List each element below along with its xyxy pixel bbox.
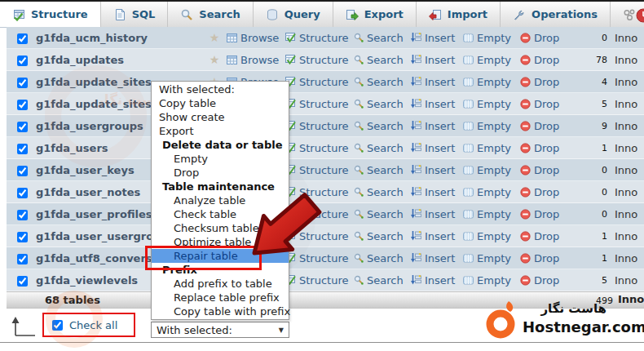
check-all-link[interactable]: Check all	[69, 319, 117, 331]
row-checkbox[interactable]	[17, 232, 28, 242]
drop-link[interactable]: Drop	[520, 230, 567, 242]
empty-link[interactable]: Empty	[463, 142, 520, 154]
drop-link[interactable]: Drop	[520, 164, 567, 176]
row-checkbox[interactable]	[17, 56, 28, 66]
structure-link[interactable]: Structure	[285, 142, 354, 154]
insert-link[interactable]: Insert	[411, 230, 463, 242]
row-checkbox[interactable]	[17, 166, 28, 176]
search-link[interactable]: Search	[354, 76, 411, 88]
structure-link[interactable]: Structure	[285, 32, 354, 44]
insert-link[interactable]: Insert	[411, 98, 463, 110]
context-menu-item: With selected:	[152, 82, 289, 96]
context-menu-item[interactable]: Empty	[152, 152, 289, 166]
row-checkbox[interactable]	[17, 210, 28, 220]
structure-link[interactable]: Structure	[285, 54, 354, 66]
tab-structure[interactable]: Structure	[0, 2, 101, 27]
search-link[interactable]: Search	[354, 32, 411, 44]
browse-link[interactable]: Browse	[227, 54, 285, 66]
favorite-star-icon[interactable]: ★	[202, 31, 227, 44]
insert-link[interactable]: Insert	[411, 76, 463, 88]
context-menu-item[interactable]: Export	[152, 124, 289, 138]
search-link[interactable]: Search	[354, 230, 411, 242]
empty-link[interactable]: Empty	[463, 164, 520, 176]
structure-link[interactable]: Structure	[285, 76, 354, 88]
empty-link[interactable]: Empty	[463, 120, 520, 132]
tab-import[interactable]: Import	[417, 2, 501, 27]
browse-link[interactable]: Browse	[227, 32, 285, 44]
empty-link[interactable]: Empty	[463, 54, 520, 66]
drop-link[interactable]: Drop	[520, 76, 567, 88]
empty-link[interactable]: Empty	[463, 32, 520, 44]
empty-link[interactable]: Empty	[463, 252, 520, 264]
context-menu-item[interactable]: Show create	[152, 110, 289, 124]
context-menu-item[interactable]: Copy table	[152, 96, 289, 110]
check-all-checkbox[interactable]	[52, 320, 63, 331]
structure-link[interactable]: Structure	[285, 98, 354, 110]
check-all-highlight-box: Check all	[42, 313, 135, 337]
row-checkbox[interactable]	[17, 78, 28, 88]
drop-link[interactable]: Drop	[520, 252, 567, 264]
search-link[interactable]: Search	[354, 54, 411, 66]
table-name-link[interactable]: g1fda_updates	[36, 54, 202, 66]
drop-link[interactable]: Drop	[520, 120, 567, 132]
row-checkbox[interactable]	[17, 100, 28, 110]
tab-search[interactable]: Search	[168, 2, 253, 27]
tab-events-partial[interactable]	[635, 7, 644, 27]
context-menu-item[interactable]: Replace table prefix	[152, 291, 289, 304]
search-link[interactable]: Search	[354, 98, 411, 110]
row-checkbox[interactable]	[17, 122, 28, 132]
drop-link[interactable]: Drop	[520, 32, 567, 44]
drop-link[interactable]: Drop	[520, 274, 567, 287]
search-link[interactable]: Search	[354, 252, 411, 264]
empty-link[interactable]: Empty	[463, 208, 520, 220]
empty-link[interactable]: Empty	[463, 186, 520, 198]
empty-link[interactable]: Empty	[463, 274, 520, 287]
tab-label: Operations	[532, 8, 598, 20]
insert-link[interactable]: Insert	[411, 186, 463, 198]
engine-label: InnoDB	[610, 164, 637, 176]
structure-link[interactable]: Structure	[285, 120, 354, 132]
drop-link[interactable]: Drop	[520, 98, 567, 110]
search-icon	[354, 33, 364, 42]
insert-link[interactable]: Insert	[411, 32, 463, 44]
insert-link[interactable]: Insert	[411, 142, 463, 154]
drop-link[interactable]: Drop	[520, 208, 567, 220]
search-link[interactable]: Search	[354, 142, 411, 154]
search-link[interactable]: Search	[354, 274, 411, 287]
context-menu-item[interactable]: Add prefix to table	[152, 277, 289, 291]
drop-link[interactable]: Drop	[520, 186, 567, 198]
search-link[interactable]: Search	[354, 120, 411, 132]
row-checkbox[interactable]	[17, 33, 28, 44]
row-count: 1	[567, 231, 610, 242]
table-name-link[interactable]: g1fda_ucm_history	[36, 32, 202, 44]
empty-link[interactable]: Empty	[463, 98, 520, 110]
favorite-star-icon[interactable]: ★	[202, 53, 227, 66]
tab-export[interactable]: Export	[333, 2, 417, 27]
empty-link[interactable]: Empty	[463, 230, 520, 242]
context-menu-item[interactable]: Copy table with prefix	[152, 304, 289, 318]
insert-link[interactable]: Insert	[411, 252, 463, 264]
structure-link[interactable]: Structure	[285, 274, 354, 287]
tab-query[interactable]: Query	[254, 2, 333, 27]
row-checkbox[interactable]	[17, 188, 28, 198]
context-menu-item[interactable]: Drop	[152, 166, 289, 180]
insert-link[interactable]: Insert	[411, 120, 463, 132]
drop-link[interactable]: Drop	[520, 142, 567, 154]
search-link[interactable]: Search	[354, 186, 411, 198]
empty-link[interactable]: Empty	[463, 76, 520, 88]
search-link[interactable]: Search	[354, 164, 411, 176]
row-checkbox[interactable]	[17, 276, 28, 287]
row-checkbox[interactable]	[17, 144, 28, 154]
with-selected-select[interactable]: With selected: ▼	[151, 322, 289, 338]
search-link[interactable]: Search	[354, 208, 411, 220]
insert-link[interactable]: Insert	[411, 208, 463, 220]
insert-link[interactable]: Insert	[411, 54, 463, 66]
row-checkbox[interactable]	[17, 254, 28, 264]
insert-link[interactable]: Insert	[411, 164, 463, 176]
tab-sql[interactable]: SQL	[101, 2, 169, 27]
row-checkbox-cell	[7, 98, 36, 110]
tab-operations[interactable]: Operations	[501, 2, 611, 27]
structure-link[interactable]: Structure	[285, 164, 354, 176]
insert-link[interactable]: Insert	[411, 274, 463, 287]
drop-link[interactable]: Drop	[520, 54, 567, 66]
